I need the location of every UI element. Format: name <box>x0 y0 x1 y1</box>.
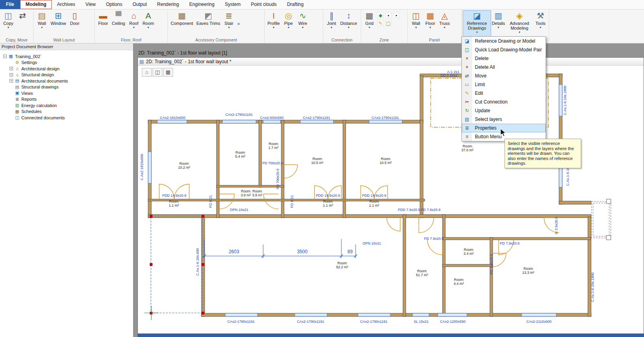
ribbon-button-label: Room <box>143 21 154 26</box>
ribbon-button-profile[interactable]: IProfile▾ <box>266 10 281 37</box>
menu-item-cut-connection[interactable]: ✂Cut Connection <box>462 98 546 106</box>
window-symbol <box>295 313 327 316</box>
ribbon-button-floor[interactable]: ▦Floor▾ <box>423 10 437 37</box>
zone-fence-button[interactable]: ◆ <box>377 12 384 18</box>
ribbon-button-eaves-trims[interactable]: ◩Eaves Trims <box>195 10 222 37</box>
ribbon-button-ceiling[interactable]: ▀Ceiling <box>110 10 127 37</box>
ribbon-button-copy[interactable]: ◫Copy▾ <box>1 10 15 37</box>
menu-item-move[interactable]: ⇄Move <box>462 72 546 80</box>
menu-tab-rendering[interactable]: Rendering <box>152 0 184 9</box>
menu-item-reference-drawing-or-model[interactable]: ◪Reference Drawing or Model <box>462 37 546 45</box>
collapse-icon[interactable]: − <box>3 55 7 58</box>
component-label-vertical: PD 8:21 <box>209 195 213 208</box>
component-label: CAx2-1790x1191 <box>226 113 253 117</box>
ribbon-button-floor[interactable]: ▬Floor <box>96 10 110 37</box>
drawing-window-titlebar[interactable]: ▤ 2D: Training_002` - 1st floor wall lay… <box>138 58 644 66</box>
tree-item-reports[interactable]: ≣Reports <box>3 96 133 103</box>
component-label: CAx2-1790x1191 <box>360 320 388 324</box>
window-symbol <box>148 152 151 183</box>
ribbon-button-joint[interactable]: ∥Joint▾ <box>324 10 339 37</box>
ribbon-button-wire[interactable]: ∿Wire▾ <box>296 10 310 37</box>
limit-icon: ▭ <box>462 82 472 87</box>
component-label: PD 700x20.9 <box>262 161 283 165</box>
zone-dark-button[interactable]: ▪ <box>393 12 399 18</box>
expand-icon[interactable]: + <box>9 73 13 77</box>
ribbon-button-window[interactable]: ⊞Window <box>49 10 68 37</box>
room-icon: A <box>145 11 151 21</box>
ribbon-button-truss[interactable]: ◬Truss▾ <box>437 10 452 37</box>
menu-tab-system[interactable]: System <box>220 0 246 9</box>
expand-icon[interactable]: + <box>9 67 13 70</box>
zone-pencil-button[interactable]: ✎ <box>377 20 384 26</box>
component-label: CAx2-1790x1191 <box>297 320 324 324</box>
menu-tab-output[interactable]: Output <box>128 0 152 9</box>
menu-tab-drafting[interactable]: Drafting <box>282 0 309 9</box>
menu-item-select-layers[interactable]: ▤Select layers <box>462 115 546 124</box>
ribbon-button-reference-drawings[interactable]: ◪Reference Drawings▾ <box>463 10 491 37</box>
component-label-vertical: C.Ax.1-6.10x.1800 <box>591 273 595 302</box>
ribbon-button-door[interactable]: ▯Door <box>68 10 82 37</box>
dropdown-arrow-icon: ▾ <box>415 26 417 29</box>
tree-item-connected-documents[interactable]: ◫Connected documents <box>3 115 133 121</box>
group-overflow-button[interactable]: » <box>236 21 241 26</box>
ribbon-group-label: Floor, Roof <box>95 37 168 43</box>
drawing-canvas[interactable]: ⌂◫▦ 2603350089CAx2-1810x600CAx2-1790x119… <box>138 66 644 333</box>
tree-item-training-002[interactable]: −▦Training_002` <box>3 53 133 60</box>
tree-item-structural-design[interactable]: +⌂Structural design <box>3 72 133 78</box>
menu-tab-engineering[interactable]: Engineering <box>184 0 220 9</box>
component-label-vertical: III 3.9x20.9 <box>554 217 558 235</box>
menu-item-label: Edit <box>472 90 483 96</box>
reference-rect-inner <box>593 203 609 236</box>
expand-icon[interactable]: + <box>9 79 13 83</box>
ribbon-button-tools[interactable]: ⚒Tools▾ <box>533 10 548 37</box>
ribbon-group-copy-move: ◫Copy▾⇄Copy, Move <box>0 9 34 43</box>
ribbon-button-advanced-modeling[interactable]: ◈Advanced Modeling▾ <box>505 10 533 37</box>
zone-red-button[interactable]: ▪ <box>385 12 392 18</box>
tree-item-energy-calculation[interactable]: ▥Energy calculation <box>3 102 133 109</box>
ribbon-button-details[interactable]: ▥Details▾ <box>491 10 505 37</box>
menu-tab-view[interactable]: View <box>80 0 101 9</box>
tree-item-views[interactable]: ▣Views <box>3 90 133 96</box>
ribbon-button-roof[interactable]: ⌂Roof▾ <box>127 10 141 37</box>
dropdown-arrow-icon: ▾ <box>133 26 135 29</box>
tree-item-architectural-design[interactable]: +⌂Architectural design <box>3 66 133 72</box>
menu-item-delete[interactable]: ×Delete <box>462 54 546 63</box>
ribbon-group-connection: ∥Joint▾↕Distance▾Connection <box>323 9 361 43</box>
menu-item-delete-all[interactable]: ×Delete All <box>462 63 546 72</box>
wall-segment <box>281 120 284 218</box>
connected-docs-icon: ◫ <box>15 115 20 120</box>
ribbon-button-room[interactable]: ARoom▾ <box>141 10 156 37</box>
ribbon-group-g4: IProfile▾◎Pipe▾∿Wire▾ <box>265 9 323 43</box>
ribbon-button-move[interactable]: ⇄ <box>15 10 30 37</box>
menu-tab-point-clouds[interactable]: Point clouds <box>246 0 282 9</box>
menu-item-edit[interactable]: ✎Edit <box>462 89 546 98</box>
tree-item-schedules[interactable]: ▦Schedules <box>3 109 133 115</box>
menu-tab-modeling[interactable]: Modeling <box>20 0 52 9</box>
component-label: GD 2 24x2 <box>440 73 457 77</box>
ribbon-button-component[interactable]: ▦Component <box>169 10 195 37</box>
ribbon-button-grid[interactable]: ▦Grid▾ <box>362 10 377 37</box>
copy-view-button[interactable]: ◫ <box>153 68 162 77</box>
ribbon-button-pipe[interactable]: ◎Pipe▾ <box>281 10 296 37</box>
menu-item-limit[interactable]: ▭Limit <box>462 80 546 89</box>
menu-item-quick-load-drawing-model-pair[interactable]: ◫Quick Load Drawing-Model Pair <box>462 45 546 54</box>
menu-tab-options[interactable]: Options <box>101 0 127 9</box>
component-label: OPN 10x21 <box>230 208 249 212</box>
tree-item-structural-drawings[interactable]: ▤Structural drawings <box>3 84 133 90</box>
tree-item-architectural-documents[interactable]: +▤Architectural documents <box>3 78 133 84</box>
menu-tab-file[interactable]: File <box>0 0 20 9</box>
menu-item-label: Limit <box>472 82 485 87</box>
ribbon-button-distance[interactable]: ↕Distance▾ <box>339 10 359 37</box>
menu-item-update[interactable]: ↻Update <box>462 106 546 115</box>
move-icon: ⇄ <box>19 11 26 21</box>
wall-segment <box>343 120 346 218</box>
home-view-button[interactable]: ⌂ <box>142 68 152 77</box>
tree-item-settings[interactable]: ⚙Settings <box>3 60 133 66</box>
grid-toggle-button[interactable]: ▦ <box>163 68 173 77</box>
menu-tab-archives[interactable]: Archives <box>52 0 80 9</box>
ribbon-button-wall[interactable]: ◫Wall▾ <box>409 10 423 37</box>
ribbon-button-stair[interactable]: ≣Stair▾ <box>222 10 236 37</box>
background-document-tab[interactable]: 2D: Training_002` - 1st floor wall layou… <box>138 50 227 56</box>
ribbon-button-wall[interactable]: ▤Wall▾ <box>35 10 49 37</box>
zone-area-button[interactable]: ▢ <box>385 20 392 26</box>
